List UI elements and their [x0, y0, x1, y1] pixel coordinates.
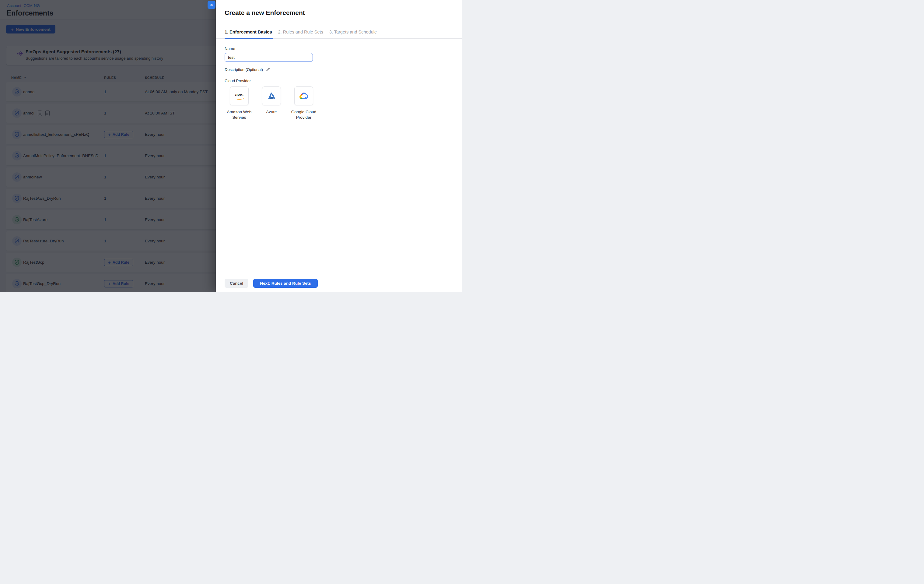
close-icon[interactable]: ✕	[208, 1, 216, 9]
drawer-footer: Cancel Next: Rules and Rule Sets	[224, 279, 318, 288]
gcp-card[interactable]	[294, 86, 313, 105]
provider-option-aws[interactable]: aws Amazon Web Servies	[224, 86, 254, 120]
enforcement-basics-form: Name test Description (Optional) Cloud P…	[224, 46, 318, 120]
gcp-logo-icon	[298, 91, 309, 101]
provider-label: Google Cloud Provider	[289, 109, 318, 120]
tab-rules-and-rule-sets[interactable]: 2. Rules and Rule Sets	[278, 25, 323, 38]
text-cursor	[235, 55, 235, 60]
tab-enforcement-basics[interactable]: 1. Enforcement Basics	[224, 25, 272, 38]
provider-label: Amazon Web Servies	[224, 109, 254, 120]
tab-targets-and-schedule[interactable]: 3. Targets and Schedule	[329, 25, 377, 38]
aws-logo-icon: aws	[235, 93, 244, 99]
description-label: Description (Optional)	[224, 67, 263, 72]
provider-option-azure[interactable]: Azure	[257, 86, 286, 120]
name-input-value: test	[228, 55, 235, 60]
next-rules-button[interactable]: Next: Rules and Rule Sets	[253, 279, 317, 288]
provider-option-gcp[interactable]: Google Cloud Provider	[289, 86, 318, 120]
name-label: Name	[224, 46, 318, 51]
provider-label: Azure	[266, 109, 277, 115]
drawer-title: Create a new Enforcement	[224, 9, 305, 17]
azure-card[interactable]	[262, 86, 281, 105]
edit-pencil-icon[interactable]	[266, 67, 270, 72]
create-enforcement-drawer: ✕ Create a new Enforcement 1. Enforcemen…	[216, 0, 462, 292]
app-window: Account: CCM-NG Enforcements + New Enfor…	[0, 0, 462, 292]
cancel-button[interactable]: Cancel	[224, 279, 248, 288]
aws-card[interactable]: aws	[230, 86, 249, 105]
cloud-provider-label: Cloud Provider	[224, 79, 318, 83]
cloud-provider-options: aws Amazon Web Servies	[224, 86, 318, 120]
wizard-tabs: 1. Enforcement Basics 2. Rules and Rule …	[216, 25, 462, 39]
name-input[interactable]: test	[224, 53, 313, 62]
azure-logo-icon	[266, 91, 277, 101]
